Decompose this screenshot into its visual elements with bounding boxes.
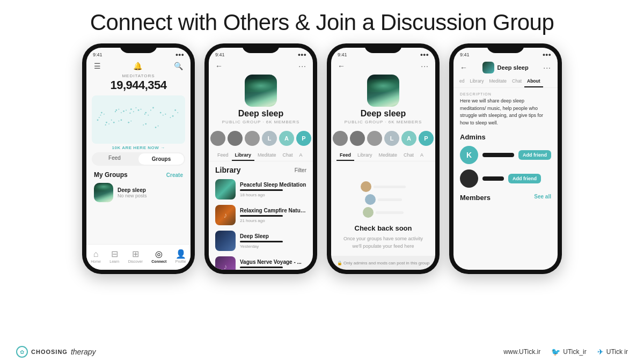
svg-point-26 [108, 123, 109, 124]
tab-chat-3[interactable]: Chat [400, 150, 417, 161]
svg-point-31 [121, 119, 122, 121]
menu-icon[interactable]: ☰ [94, 62, 101, 70]
nav-profile-label: Profile [175, 260, 186, 263]
phone-1-signals: ●●● [175, 52, 184, 57]
back-button[interactable]: ← [215, 62, 223, 70]
track-name-0: Peaceful Sleep Meditation [240, 182, 306, 188]
search-icon[interactable]: 🔍 [174, 62, 183, 70]
svg-point-30 [118, 121, 119, 122]
svg-point-2 [100, 115, 101, 116]
tab-about-4[interactable]: About [524, 76, 543, 87]
bottom-nav: ⌂ Home ⊟ Learn ⊞ Discover ◎ Connect 👤 [86, 244, 191, 270]
track-info-0: Peaceful Sleep Meditation 18 hours ago [240, 182, 306, 197]
mini-row-2 [361, 194, 406, 205]
track-list: Peaceful Sleep Meditation 18 hours ago ♪… [209, 176, 313, 270]
svg-point-12 [136, 107, 137, 108]
svg-point-25 [106, 122, 107, 123]
profile-icon: 👤 [175, 249, 186, 259]
mini-av-2 [365, 194, 376, 205]
map-dots-svg [92, 95, 185, 139]
group-header: Deep sleep PUBLIC GROUP · 6K MEMBERS [209, 72, 313, 128]
more-options[interactable]: ··· [298, 62, 306, 70]
tab-about[interactable]: A [296, 150, 306, 161]
website-link[interactable]: www.UTick.ir [503, 348, 540, 356]
tab-feed[interactable]: Feed [92, 152, 137, 166]
avatar-3-p: P [419, 131, 434, 146]
add-friend-button-1[interactable]: Add friend [518, 150, 551, 160]
phone-1-screen: 9:41 ●●● ☰ 🔔 🔍 MEDITATORS 19,944,354 [86, 48, 191, 270]
back-button-3[interactable]: ← [338, 62, 345, 70]
my-groups-title: My Groups [94, 171, 128, 179]
track-progress-0 [240, 189, 283, 191]
mini-av-3 [363, 207, 374, 218]
svg-point-39 [97, 119, 99, 121]
avatar-3-3 [367, 131, 382, 146]
track-item-3[interactable]: ♪ Vagus Nerve Voyage - ... 2 days ago [209, 254, 313, 270]
library-header: Library Filter [209, 161, 313, 176]
mini-line-2 [378, 198, 402, 201]
more-options-4[interactable]: ··· [543, 63, 551, 72]
phone-3-signals: ●●● [420, 52, 429, 57]
nav-home[interactable]: ⌂ Home [91, 249, 101, 263]
admins-title: Admins [460, 133, 486, 141]
tab-meditate-3[interactable]: Meditate [376, 150, 401, 161]
svg-point-15 [145, 112, 147, 114]
track-info-3: Vagus Nerve Voyage - ... 2 days ago [240, 259, 306, 270]
check-description: Once your groups have some activity we'l… [340, 235, 427, 250]
group-tabs-3[interactable]: Feed Library Meditate Chat A [331, 150, 435, 161]
tab-feed-3[interactable]: Feed [336, 150, 354, 161]
phone-2-time: 9:41 [215, 52, 225, 57]
telegram-link[interactable]: ✈ UTick ir [597, 348, 628, 356]
create-group-button[interactable]: Create [166, 172, 183, 178]
group-tabs[interactable]: Feed Library Meditate Chat A [209, 150, 313, 161]
tab-ed[interactable]: ed [457, 76, 467, 87]
description-label: DESCRIPTION [453, 88, 558, 98]
svg-point-11 [129, 113, 130, 114]
track-item-0[interactable]: Peaceful Sleep Meditation 18 hours ago [209, 176, 313, 202]
feed-groups-tabs[interactable]: Feed Groups [92, 152, 185, 166]
footer-social: www.UTick.ir 🐦 UTick_ir ✈ UTick ir [503, 348, 628, 356]
admin-bar: 🔒 Only admins and mods can post in this … [331, 256, 435, 270]
meditators-count: 19,944,354 [86, 78, 191, 92]
twitter-link[interactable]: 🐦 UTick_ir [551, 348, 587, 356]
see-all-button[interactable]: See all [534, 194, 551, 202]
add-friend-button-2[interactable]: Add friend [508, 174, 541, 183]
filter-button[interactable]: Filter [295, 167, 306, 173]
meditators-section: MEDITATORS 19,944,354 [86, 72, 191, 94]
svg-point-10 [133, 111, 134, 112]
track-time-3: 2 days ago [240, 270, 306, 270]
track-item-2[interactable]: Deep Sleep Yesterday [209, 228, 313, 254]
back-button-4[interactable]: ← [460, 63, 467, 72]
tab-groups[interactable]: Groups [138, 153, 184, 165]
tab-feed[interactable]: Feed [214, 150, 232, 161]
notification-icon[interactable]: 🔔 [133, 62, 142, 70]
track-thumb-2 [215, 231, 236, 251]
track-time-0: 18 hours ago [240, 193, 306, 197]
track-item-1[interactable]: ♪ Relaxing Campfire Nature ... 21 hours … [209, 202, 313, 228]
phone-1-header: ☰ 🔔 🔍 [86, 60, 191, 72]
svg-point-16 [148, 115, 149, 116]
tab-library[interactable]: Library [232, 150, 255, 161]
nav-learn[interactable]: ⊟ Learn [109, 249, 119, 263]
tab-meditate[interactable]: Meditate [254, 150, 280, 161]
tab-about-3[interactable]: A [417, 150, 427, 161]
svg-point-41 [145, 123, 147, 125]
tab-library-4[interactable]: Library [467, 76, 486, 87]
tab-chat[interactable]: Chat [280, 150, 296, 161]
tab-meditate-4[interactable]: Meditate [486, 76, 509, 87]
nav-profile[interactable]: 👤 Profile [175, 249, 186, 263]
svg-point-8 [126, 110, 127, 111]
nav-discover[interactable]: ⊞ Discover [128, 249, 143, 263]
tab-chat-4[interactable]: Chat [509, 76, 524, 87]
more-options-3[interactable]: ··· [421, 62, 429, 70]
nav-connect[interactable]: ◎ Connect [151, 249, 166, 263]
telegram-icon: ✈ [597, 348, 604, 356]
track-info-1: Relaxing Campfire Nature ... 21 hours ag… [240, 208, 306, 223]
group-item-deepsleep[interactable]: Deep sleep No new posts [86, 181, 191, 204]
group-tabs-4[interactable]: ed Library Meditate Chat About [453, 76, 558, 88]
svg-point-13 [138, 109, 140, 111]
learn-icon: ⊟ [111, 249, 118, 259]
phone-4: 9:41 ●●● ← Deep sleep ··· ed Library Med… [449, 43, 562, 274]
mini-row-1 [361, 181, 406, 192]
tab-library-3[interactable]: Library [354, 150, 376, 161]
